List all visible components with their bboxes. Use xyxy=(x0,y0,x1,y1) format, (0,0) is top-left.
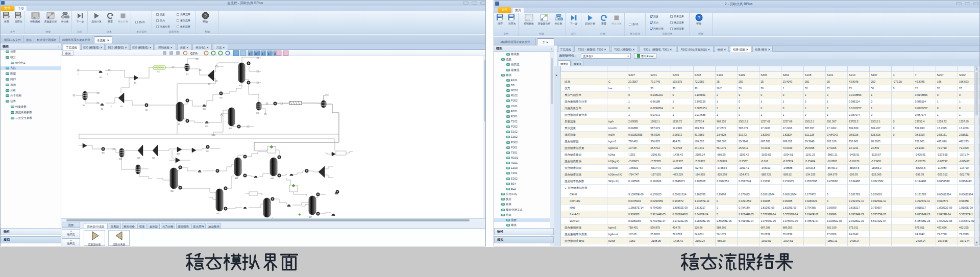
svg-text:B8: B8 xyxy=(208,83,210,85)
svg-text:B1: B1 xyxy=(83,105,85,107)
svg-text:B11: B11 xyxy=(219,97,223,99)
svg-text:5: 5 xyxy=(111,106,112,108)
svg-text:?: ? xyxy=(204,13,206,18)
svg-text:B3: B3 xyxy=(120,106,122,108)
svg-text:B10: B10 xyxy=(203,108,206,110)
svg-text:B36: B36 xyxy=(235,178,238,180)
svg-text:B21: B21 xyxy=(119,158,122,160)
svg-text:B6: B6 xyxy=(145,109,148,111)
svg-text:S206: S206 xyxy=(211,134,215,136)
svg-text:8: 8 xyxy=(107,73,108,75)
svg-text:B6: B6 xyxy=(157,70,160,73)
svg-text:B14: B14 xyxy=(229,128,232,130)
svg-text:B22: B22 xyxy=(137,157,140,159)
svg-text:B27: B27 xyxy=(206,150,209,153)
svg-text:B5: B5 xyxy=(134,82,136,84)
svg-text:B24: B24 xyxy=(177,153,180,155)
svg-text:B4: B4 xyxy=(100,77,102,79)
svg-text:1: 1 xyxy=(78,73,79,75)
svg-text:B9: B9 xyxy=(178,123,180,125)
svg-text:B12: B12 xyxy=(239,85,242,87)
svg-text:B34: B34 xyxy=(216,213,219,215)
svg-text:62%: 62% xyxy=(190,52,198,55)
svg-text:B15: B15 xyxy=(256,112,259,114)
svg-text:B13: B13 xyxy=(205,125,208,128)
svg-text:B30: B30 xyxy=(170,190,174,192)
svg-text:B23: B23 xyxy=(152,157,155,159)
svg-text:?: ? xyxy=(697,15,700,20)
svg-text:B20: B20 xyxy=(102,152,105,154)
svg-text:B7: B7 xyxy=(186,73,188,75)
svg-text:B2: B2 xyxy=(101,108,103,110)
svg-text:B38: B38 xyxy=(271,178,274,180)
